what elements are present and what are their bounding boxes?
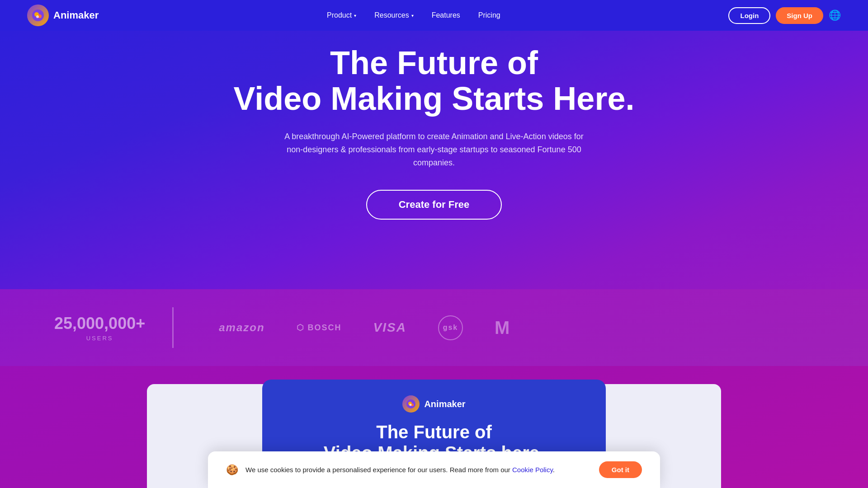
language-icon[interactable]: 🌐	[829, 9, 841, 21]
logo[interactable]: Animaker	[27, 5, 99, 26]
nav-menu: Product ▾ Resources ▾ Features Pricing	[327, 11, 500, 19]
user-stats: 25,000,000+ USERS	[54, 314, 145, 342]
bosch-logo: ⬡ BOSCH	[297, 323, 342, 333]
create-free-button[interactable]: Create for Free	[366, 190, 502, 220]
cookie-banner: 🍪 We use cookies to provide a personalis…	[208, 451, 660, 488]
nav-pricing[interactable]: Pricing	[478, 11, 500, 19]
svg-point-3	[36, 15, 39, 18]
preview-logo-text: Animaker	[424, 399, 465, 409]
hero-subtitle: A breakthrough AI-Powered platform to cr…	[280, 130, 588, 169]
nav-resources[interactable]: Resources ▾	[374, 11, 413, 19]
nav-features[interactable]: Features	[432, 11, 460, 19]
logo-text: Animaker	[53, 9, 99, 21]
hero-title: The Future of Video Making Starts Here.	[0, 45, 868, 117]
cookie-text: We use cookies to provide a personalised…	[245, 466, 592, 474]
gsk-logo: gsk	[438, 315, 463, 340]
stats-divider	[172, 307, 174, 348]
stats-label: USERS	[54, 335, 145, 342]
nav-product[interactable]: Product ▾	[327, 11, 356, 19]
logo-icon	[27, 5, 49, 26]
got-it-button[interactable]: Got it	[599, 461, 642, 478]
login-button[interactable]: Login	[728, 7, 770, 24]
preview-logo-icon	[402, 395, 420, 413]
navbar: Animaker Product ▾ Resources ▾ Features …	[0, 0, 868, 31]
resources-chevron-icon: ▾	[411, 13, 414, 18]
stats-logos-section: 25,000,000+ USERS amazon ⬡ BOSCH VISA gs…	[0, 289, 868, 366]
product-chevron-icon: ▾	[354, 13, 356, 18]
preview-logo: Animaker	[280, 395, 588, 413]
visa-logo: VISA	[373, 320, 406, 335]
signup-button[interactable]: Sign Up	[776, 7, 823, 24]
svg-point-7	[410, 404, 412, 406]
amazon-logo: amazon	[219, 321, 264, 334]
cookie-icon: 🍪	[226, 464, 238, 476]
stats-number: 25,000,000+	[54, 314, 145, 333]
mcdonalds-logo: M	[495, 318, 510, 338]
company-logos: amazon ⬡ BOSCH VISA gsk M	[201, 315, 868, 340]
hero-section: The Future of Video Making Starts Here. …	[0, 0, 868, 289]
cookie-policy-link[interactable]: Cookie Policy	[512, 466, 553, 474]
navbar-actions: Login Sign Up 🌐	[728, 7, 841, 24]
